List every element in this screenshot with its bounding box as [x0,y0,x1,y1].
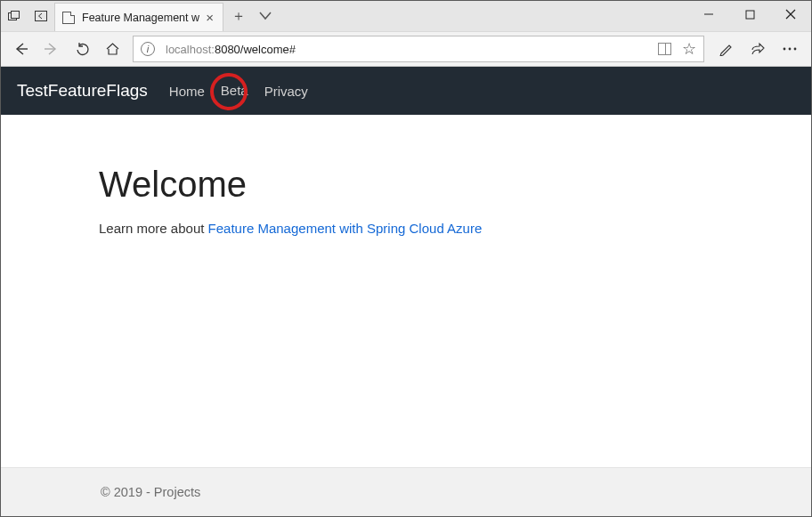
brand-title[interactable]: TestFeatureFlags [17,81,148,101]
url-path: 8080/welcome# [215,43,296,56]
tab-close-icon[interactable]: × [204,10,215,25]
address-bar: i localhost:8080/welcome# ☆ [1,31,811,67]
page-icon [62,12,75,24]
page-footer: © 2019 - Projects [1,467,811,516]
titlebar-left: Feature Management w × ＋ [1,1,277,31]
nav-link-beta-wrap: Beta [221,83,264,99]
url-host: localhost: [166,43,215,56]
notes-icon[interactable] [710,31,742,67]
svg-rect-2 [36,12,47,21]
svg-point-10 [789,48,792,51]
refresh-button[interactable] [67,31,97,67]
back-button[interactable] [6,31,37,67]
svg-point-11 [794,48,797,51]
tab-preview-icon[interactable] [1,1,28,31]
forward-button[interactable] [37,31,67,67]
toolbar-right [710,31,806,67]
url-field-icons: ☆ [658,41,696,57]
url-input[interactable]: i localhost:8080/welcome# ☆ [133,36,704,62]
svg-point-9 [784,48,786,51]
minimize-button[interactable] [688,1,729,28]
favorite-icon[interactable]: ☆ [682,41,696,57]
site-info-icon[interactable]: i [141,42,155,56]
doc-link[interactable]: Feature Management with Spring Cloud Azu… [208,221,483,236]
browser-window: Feature Management w × ＋ [0,0,812,517]
page-content: Welcome Learn more about Feature Managem… [1,115,811,467]
nav-link-home[interactable]: Home [169,84,205,99]
reading-view-icon[interactable] [658,43,671,55]
page-subtext: Learn more about Feature Management with… [99,221,811,236]
maximize-button[interactable] [729,1,770,28]
close-window-button[interactable] [770,1,811,28]
tab-title: Feature Management w [82,12,199,24]
subtext-prefix: Learn more about [99,221,208,236]
page-heading: Welcome [99,165,811,205]
more-icon[interactable] [774,31,806,67]
tab-actions-icon[interactable] [254,1,277,31]
new-tab-button[interactable]: ＋ [223,1,254,31]
share-icon[interactable] [742,31,774,67]
site-navbar: TestFeatureFlags Home Beta Privacy [1,67,811,115]
nav-link-privacy[interactable]: Privacy [264,84,308,99]
nav-link-beta[interactable]: Beta [221,83,248,98]
window-controls [688,1,811,31]
svg-rect-1 [12,12,20,19]
set-aside-tabs-icon[interactable] [28,1,54,31]
browser-tab[interactable]: Feature Management w × [54,3,223,31]
footer-text: © 2019 - Projects [101,485,200,499]
title-bar: Feature Management w × ＋ [1,1,811,31]
svg-rect-4 [746,11,754,19]
home-button[interactable] [97,31,127,67]
